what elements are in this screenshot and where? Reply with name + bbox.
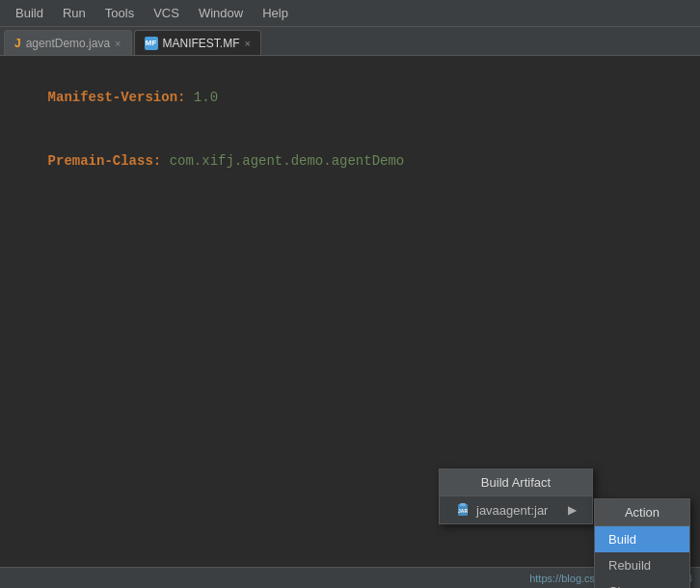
menu-window[interactable]: Window: [191, 3, 251, 23]
mf-icon: MF: [145, 37, 158, 50]
tab-close-agentdemo[interactable]: ×: [115, 38, 121, 49]
tab-bar: J agentDemo.java × MF MANIFEST.MF ×: [0, 27, 700, 56]
build-artifact-header: Build Artifact: [440, 469, 592, 496]
action-build[interactable]: Build: [595, 526, 689, 552]
javaagent-jar-item[interactable]: JAR javaagent:jar ▶: [440, 496, 592, 523]
menu-build[interactable]: Build: [8, 3, 51, 23]
action-submenu[interactable]: Action Build Rebuild Clean Edit...: [594, 498, 690, 588]
editor-area[interactable]: Manifest-Version: 1.0 Premain-Class: com…: [0, 56, 700, 538]
submenu-arrow-icon: ▶: [568, 503, 577, 517]
premain-class-key: Premain-Class:: [48, 153, 162, 169]
javaagent-jar-label: javaagent:jar: [476, 503, 548, 518]
jar-icon: JAR: [455, 502, 471, 518]
menu-tools[interactable]: Tools: [97, 3, 142, 23]
tab-label-manifest: MANIFEST.MF: [163, 37, 240, 50]
action-header: Action: [595, 499, 689, 526]
menu-run[interactable]: Run: [55, 3, 94, 23]
tab-close-manifest[interactable]: ×: [245, 38, 251, 49]
menu-help[interactable]: Help: [255, 3, 296, 23]
menu-vcs[interactable]: VCS: [146, 3, 187, 23]
context-menu-container: Build Artifact JAR javaagent:jar ▶: [439, 468, 593, 524]
manifest-version-key: Manifest-Version:: [48, 90, 186, 105]
build-artifact-popup[interactable]: Build Artifact JAR javaagent:jar ▶: [439, 468, 593, 524]
code-line-1: Manifest-Version: 1.0: [15, 66, 685, 129]
code-line-2: Premain-Class: com.xifj.agent.demo.agent…: [15, 129, 685, 193]
java-icon: J: [14, 37, 21, 50]
manifest-version-value: 1.0: [185, 90, 218, 105]
svg-rect-1: [460, 503, 466, 506]
action-rebuild[interactable]: Rebuild: [595, 552, 689, 578]
tab-agentdemo[interactable]: J agentDemo.java ×: [4, 30, 132, 55]
menu-bar: Build Run Tools VCS Window Help: [0, 0, 700, 27]
premain-class-value: com.xifj.agent.demo.agentDemo: [161, 153, 404, 169]
action-clean[interactable]: Clean: [595, 578, 689, 588]
svg-text:JAR: JAR: [458, 508, 468, 514]
tab-label-agentdemo: agentDemo.java: [26, 37, 110, 50]
tab-manifest[interactable]: MF MANIFEST.MF ×: [134, 30, 261, 55]
